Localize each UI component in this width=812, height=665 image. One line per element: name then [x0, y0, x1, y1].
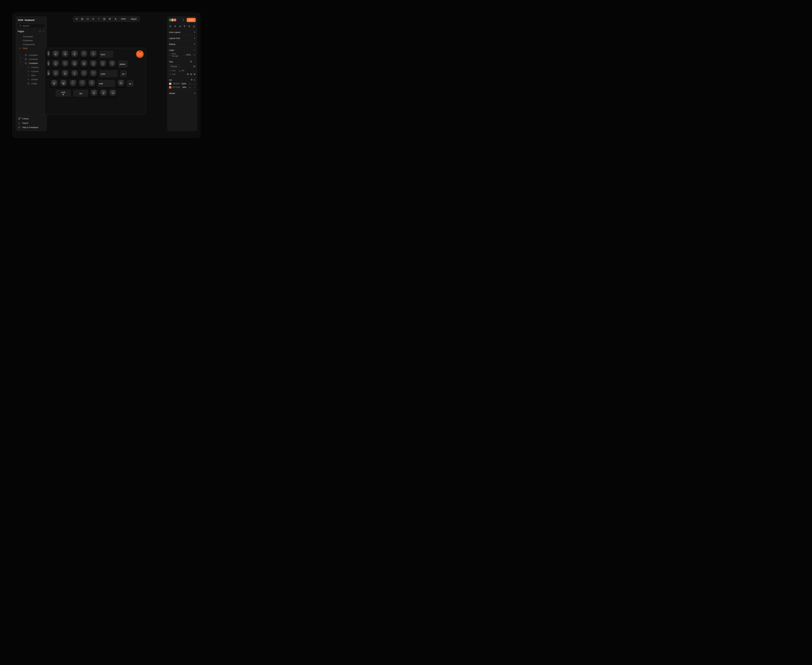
tree-column-2[interactable]: Column — [16, 69, 47, 74]
align-right-icon[interactable] — [178, 25, 182, 28]
align-top-icon[interactable] — [183, 25, 186, 28]
visibility-icon[interactable] — [189, 86, 191, 88]
footer-library[interactable]: Library — [16, 116, 47, 121]
key-opt[interactable]: opt — [73, 89, 89, 97]
fill-1[interactable]: 7B7573 100% — — [169, 81, 195, 85]
tool-text[interactable] — [96, 16, 102, 22]
key-delete[interactable]: delete — [118, 60, 128, 68]
key-h[interactable]: H — [47, 70, 50, 78]
key-o[interactable]: O — [71, 60, 79, 68]
key-rbracket[interactable]: ] — [99, 60, 107, 68]
key-u[interactable]: U — [52, 60, 60, 68]
visibility-icon[interactable] — [189, 83, 191, 85]
key-equals[interactable]: = — [90, 50, 97, 59]
tool-pen[interactable] — [90, 16, 96, 22]
key-j[interactable]: J — [52, 70, 60, 78]
key-cmd[interactable]: cmd ⌘ — [55, 89, 71, 97]
font-weight-select[interactable]: Regular⌄ — [169, 65, 181, 68]
search-input[interactable]: Search — [17, 23, 45, 28]
key-dash[interactable]: - — [80, 50, 88, 59]
tool-grid[interactable] — [102, 16, 107, 22]
text-align-right-icon[interactable] — [194, 74, 195, 75]
layer-opacity[interactable]: 100% — [186, 54, 191, 56]
add-page-icon[interactable] — [43, 30, 45, 33]
footer-import[interactable]: Import — [16, 121, 47, 125]
tree-column-1[interactable]: Column — [16, 65, 47, 69]
tool-hand[interactable] — [107, 16, 113, 22]
share-button[interactable]: Share — [187, 18, 196, 22]
page-components[interactable]: Components — [16, 43, 47, 46]
search-icon — [19, 25, 21, 27]
font-size[interactable]: 12 — [193, 65, 195, 67]
more-icon[interactable]: ⋯ — [193, 61, 195, 63]
key-arrow-up[interactable] — [117, 80, 125, 88]
collab-avatars[interactable] — [169, 18, 176, 21]
align-vcenter-icon[interactable] — [187, 25, 191, 28]
footer-help[interactable]: Help & Feedback — [16, 125, 47, 129]
tree-divider[interactable]: Divider — [16, 77, 47, 82]
key-arrow-down[interactable] — [100, 89, 107, 97]
visibility-icon[interactable] — [194, 54, 195, 56]
key-pgdn[interactable]: pg — [126, 80, 134, 88]
add-stroke[interactable]: + — [194, 92, 195, 95]
tool-rect[interactable] — [85, 16, 90, 22]
key-7[interactable]: 7 — [47, 50, 50, 59]
remove-fill[interactable]: — — [194, 83, 195, 85]
add-auto-layout[interactable]: + — [194, 31, 195, 33]
tree-container-1[interactable]: Container — [16, 53, 47, 57]
align-left-icon[interactable] — [169, 25, 172, 28]
key-quote[interactable]: ' — [90, 70, 97, 78]
key-p[interactable]: P — [80, 60, 88, 68]
key-backslash[interactable]: \ — [108, 60, 116, 68]
tree-container-3[interactable]: Container — [16, 61, 47, 65]
key-0[interactable]: 0 — [71, 50, 79, 59]
tool-frame[interactable] — [79, 16, 85, 22]
key-k[interactable]: K — [61, 70, 69, 78]
add-effect[interactable]: + — [194, 43, 195, 46]
key-semicolon[interactable]: ; — [80, 70, 88, 78]
volume-knob[interactable] — [136, 50, 144, 58]
key-back[interactable]: back — [99, 50, 114, 59]
key-period[interactable]: . — [79, 80, 86, 88]
tree-image[interactable]: Image — [16, 82, 47, 85]
fill-2[interactable]: FF7133 56% — — [169, 85, 195, 88]
tool-ai[interactable] — [113, 16, 118, 22]
page-draft[interactable]: Draft — [16, 46, 47, 50]
key-m[interactable]: M — [60, 80, 67, 88]
blend-mode[interactable]: Pass through — [172, 52, 183, 57]
text-align-left-icon[interactable] — [187, 74, 189, 75]
key-8[interactable]: 8 — [52, 50, 60, 59]
align-bottom-icon[interactable] — [192, 25, 196, 28]
tool-move[interactable] — [74, 16, 79, 22]
key-slash[interactable]: / — [88, 80, 96, 88]
text-align-center-icon[interactable] — [190, 74, 192, 75]
grid-icon[interactable] — [191, 79, 193, 81]
zoom-level[interactable]: 100% — [119, 18, 128, 20]
key-pgup[interactable]: pg — [120, 70, 127, 78]
key-lbracket[interactable]: [ — [90, 60, 97, 68]
key-enter[interactable]: enter — [99, 70, 118, 78]
page-thumbnail[interactable]: Thumbnail — [16, 34, 47, 38]
key-shift[interactable]: shift — [97, 80, 115, 88]
key-9[interactable]: 9 — [61, 50, 69, 59]
key-y[interactable]: Y — [47, 60, 50, 68]
key-n[interactable]: N — [50, 80, 58, 88]
page-guidelines[interactable]: Guidelines — [16, 38, 47, 43]
add-layout-grid[interactable]: + — [194, 37, 195, 39]
key-arrow-left[interactable] — [90, 89, 98, 97]
key-i[interactable]: I — [61, 60, 69, 68]
svg-point-0 — [20, 25, 21, 26]
tree-container-2[interactable]: Container — [16, 57, 47, 61]
export-button[interactable]: Export — [129, 18, 139, 20]
remove-fill[interactable]: — — [194, 86, 195, 88]
key-l[interactable]: L — [71, 70, 79, 78]
grid-icon[interactable] — [190, 61, 192, 62]
play-button[interactable] — [181, 18, 185, 22]
key-arrow-right[interactable] — [109, 89, 117, 97]
layers-icon[interactable] — [39, 30, 41, 33]
add-fill[interactable]: + — [194, 79, 195, 81]
align-hcenter-icon[interactable] — [174, 25, 177, 28]
key-comma[interactable]: , — [69, 80, 77, 88]
tree-row[interactable]: Row — [16, 74, 47, 77]
canvas-keyboard[interactable]: 7 8 9 0 - = back Y U I O P [ ] \ delete — [44, 48, 146, 115]
